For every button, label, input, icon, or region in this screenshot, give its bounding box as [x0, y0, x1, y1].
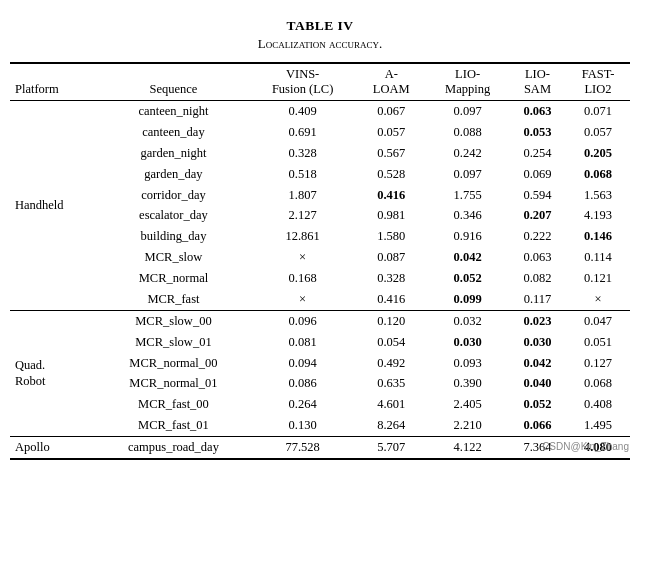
data-cell-lio_sam: 0.063	[509, 247, 566, 268]
data-cell-fast_lio2: ×	[566, 289, 630, 310]
apollo-cell-lio_map: 4.122	[426, 437, 509, 459]
data-cell-lio_sam: 0.207	[509, 205, 566, 226]
data-cell-fast_lio2: 1.563	[566, 185, 630, 206]
data-cell-vins: 0.409	[249, 101, 356, 122]
data-cell-lio_sam: 0.066	[509, 415, 566, 436]
data-cell-vins: 0.168	[249, 268, 356, 289]
data-cell-vins: 0.518	[249, 164, 356, 185]
sequence-cell: MCR_normal_01	[98, 373, 249, 394]
table-title: TABLE IV	[10, 18, 630, 34]
data-cell-vins: 0.328	[249, 143, 356, 164]
data-cell-lio_sam: 0.082	[509, 268, 566, 289]
sequence-cell: MCR_slow_00	[98, 310, 249, 331]
data-cell-lio_map: 0.088	[426, 122, 509, 143]
data-cell-vins: 0.096	[249, 310, 356, 331]
col-vins: VINS-Fusion (LC)	[249, 63, 356, 101]
col-liosam: LIO-SAM	[509, 63, 566, 101]
data-cell-aloam: 0.981	[356, 205, 426, 226]
data-cell-lio_map: 0.093	[426, 353, 509, 374]
data-cell-vins: 0.094	[249, 353, 356, 374]
data-cell-lio_map: 0.242	[426, 143, 509, 164]
col-fastlio2: FAST-LIO2	[566, 63, 630, 101]
data-cell-lio_map: 0.032	[426, 310, 509, 331]
watermark: CSDN@Kin_Zhang	[542, 441, 629, 452]
localization-table: Platform Sequence VINS-Fusion (LC) A-LOA…	[10, 62, 630, 460]
sequence-cell: escalator_day	[98, 205, 249, 226]
data-cell-lio_sam: 0.040	[509, 373, 566, 394]
apollo-cell-vins: 77.528	[249, 437, 356, 459]
data-cell-vins: 12.861	[249, 226, 356, 247]
data-cell-vins: ×	[249, 247, 356, 268]
data-cell-fast_lio2: 0.057	[566, 122, 630, 143]
sequence-cell: building_day	[98, 226, 249, 247]
data-cell-lio_sam: 0.023	[509, 310, 566, 331]
table-subtitle: Localization accuracy.	[10, 36, 630, 52]
data-cell-aloam: 8.264	[356, 415, 426, 436]
data-cell-fast_lio2: 0.071	[566, 101, 630, 122]
data-cell-aloam: 0.057	[356, 122, 426, 143]
data-cell-lio_sam: 0.053	[509, 122, 566, 143]
data-cell-fast_lio2: 4.193	[566, 205, 630, 226]
data-cell-aloam: 4.601	[356, 394, 426, 415]
sequence-cell: MCR_slow	[98, 247, 249, 268]
data-cell-aloam: 0.054	[356, 332, 426, 353]
data-cell-vins: 0.130	[249, 415, 356, 436]
data-cell-lio_map: 0.097	[426, 164, 509, 185]
data-cell-lio_sam: 0.117	[509, 289, 566, 310]
platform-cell-apollo: Apollo	[10, 437, 98, 459]
sequence-cell: canteen_day	[98, 122, 249, 143]
data-cell-vins: 0.264	[249, 394, 356, 415]
data-cell-aloam: 0.416	[356, 185, 426, 206]
data-cell-vins: 0.081	[249, 332, 356, 353]
sequence-cell: MCR_fast	[98, 289, 249, 310]
data-cell-fast_lio2: 0.127	[566, 353, 630, 374]
sequence-cell: MCR_slow_01	[98, 332, 249, 353]
sequence-cell: MCR_fast_00	[98, 394, 249, 415]
data-cell-lio_map: 0.099	[426, 289, 509, 310]
data-cell-fast_lio2: 0.051	[566, 332, 630, 353]
data-cell-lio_sam: 0.254	[509, 143, 566, 164]
data-cell-aloam: 0.416	[356, 289, 426, 310]
data-cell-lio_sam: 0.030	[509, 332, 566, 353]
data-cell-lio_map: 1.755	[426, 185, 509, 206]
sequence-cell-apollo: campus_road_day	[98, 437, 249, 459]
apollo-cell-aloam: 5.707	[356, 437, 426, 459]
data-cell-lio_map: 0.042	[426, 247, 509, 268]
data-cell-lio_map: 0.916	[426, 226, 509, 247]
data-cell-aloam: 1.580	[356, 226, 426, 247]
data-cell-fast_lio2: 0.047	[566, 310, 630, 331]
data-cell-vins: ×	[249, 289, 356, 310]
col-platform: Platform	[10, 63, 98, 101]
data-cell-aloam: 0.120	[356, 310, 426, 331]
data-cell-lio_sam: 0.052	[509, 394, 566, 415]
data-cell-lio_map: 0.052	[426, 268, 509, 289]
col-sequence: Sequence	[98, 63, 249, 101]
platform-cell-0: Handheld	[10, 101, 98, 311]
sequence-cell: MCR_normal_00	[98, 353, 249, 374]
data-cell-aloam: 0.567	[356, 143, 426, 164]
data-cell-fast_lio2: 0.205	[566, 143, 630, 164]
col-aloam: A-LOAM	[356, 63, 426, 101]
data-cell-lio_sam: 0.069	[509, 164, 566, 185]
data-cell-vins: 0.691	[249, 122, 356, 143]
sequence-cell: MCR_normal	[98, 268, 249, 289]
sequence-cell: garden_night	[98, 143, 249, 164]
platform-cell-1: Quad.Robot	[10, 310, 98, 436]
data-cell-vins: 2.127	[249, 205, 356, 226]
sequence-cell: corridor_day	[98, 185, 249, 206]
data-cell-lio_sam: 0.222	[509, 226, 566, 247]
sequence-cell: canteen_night	[98, 101, 249, 122]
data-cell-lio_map: 2.405	[426, 394, 509, 415]
data-cell-lio_map: 0.346	[426, 205, 509, 226]
data-cell-aloam: 0.635	[356, 373, 426, 394]
data-cell-lio_map: 0.097	[426, 101, 509, 122]
data-cell-vins: 1.807	[249, 185, 356, 206]
data-cell-fast_lio2: 0.114	[566, 247, 630, 268]
data-cell-aloam: 0.528	[356, 164, 426, 185]
data-cell-fast_lio2: 0.146	[566, 226, 630, 247]
data-cell-fast_lio2: 0.068	[566, 164, 630, 185]
data-cell-aloam: 0.067	[356, 101, 426, 122]
data-cell-fast_lio2: 0.121	[566, 268, 630, 289]
col-liomapping: LIO-Mapping	[426, 63, 509, 101]
sequence-cell: MCR_fast_01	[98, 415, 249, 436]
